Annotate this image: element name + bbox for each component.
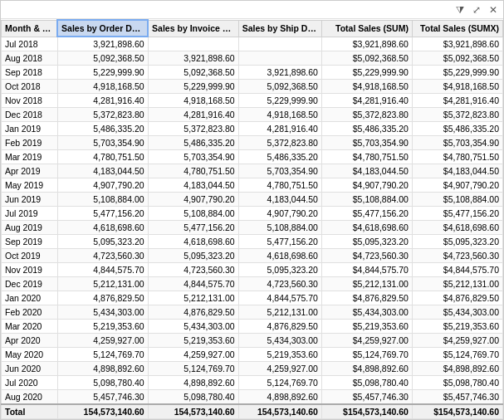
- main-container: ⧩ ⤢ ✕ Month & Year Sales by Order Date: [0, 0, 504, 420]
- col-total-sumx[interactable]: Total Sales (SUMX): [412, 20, 502, 37]
- col-month-year[interactable]: Month & Year: [2, 20, 58, 37]
- table-row: Aug 20194,618,698.605,477,156.205,108,88…: [2, 221, 503, 235]
- cell-4-2: 4,918,168.50: [148, 94, 238, 108]
- cell-8-0: Mar 2019: [2, 150, 58, 164]
- cell-19-0: Feb 2020: [2, 305, 58, 320]
- cell-5-5: $5,372,823.80: [412, 108, 502, 122]
- table-row: Feb 20195,703,354.905,486,335.205,372,82…: [2, 136, 503, 150]
- col-sales-invoice[interactable]: Sales by Invoice Date: [148, 20, 238, 37]
- cell-0-5: $3,921,898.60: [412, 37, 502, 51]
- cell-21-5: $4,259,927.00: [412, 334, 502, 348]
- table-row: May 20205,124,769.704,259,927.005,219,35…: [2, 348, 503, 362]
- cell-1-2: 3,921,898.60: [148, 51, 238, 66]
- cell-13-3: 5,108,884.00: [238, 221, 321, 235]
- cell-14-1: 5,095,323.20: [57, 235, 148, 249]
- cell-7-3: 5,372,823.80: [238, 136, 321, 150]
- table-row: Feb 20205,434,303.004,876,829.505,212,13…: [2, 305, 503, 320]
- table-body: Jul 20183,921,898.60$3,921,898.60$3,921,…: [2, 37, 503, 419]
- table-row: Dec 20195,212,131.004,844,575.704,723,56…: [2, 277, 503, 291]
- cell-14-2: 4,618,698.60: [148, 235, 238, 249]
- cell-4-5: $4,281,916.40: [412, 94, 502, 108]
- cell-5-3: 4,918,168.50: [238, 108, 321, 122]
- cell-17-3: 4,723,560.30: [238, 277, 321, 291]
- cell-21-0: Apr 2020: [2, 334, 58, 348]
- cell-6-3: 4,281,916.40: [238, 122, 321, 136]
- cell-14-0: Sep 2019: [2, 235, 58, 249]
- cell-22-3: 5,219,353.60: [238, 348, 321, 362]
- cell-21-2: 5,219,353.60: [148, 334, 238, 348]
- close-icon[interactable]: ✕: [487, 3, 500, 17]
- table-row: Nov 20184,281,916.404,918,168.505,229,99…: [2, 94, 503, 108]
- cell-0-3: [238, 37, 321, 51]
- cell-8-2: 5,703,354.90: [148, 150, 238, 164]
- cell-6-4: $5,486,335.20: [321, 122, 412, 136]
- cell-25-5: $5,457,746.30: [412, 390, 502, 405]
- cell-4-0: Nov 2018: [2, 94, 58, 108]
- cell-15-5: $4,723,560.30: [412, 249, 502, 263]
- cell-3-0: Oct 2018: [2, 80, 58, 94]
- cell-10-1: 4,907,790.20: [57, 178, 148, 193]
- cell-9-0: Apr 2019: [2, 164, 58, 178]
- cell-0-1: 3,921,898.60: [57, 37, 148, 51]
- total-cell-2: 154,573,140.60: [148, 404, 238, 419]
- cell-11-1: 5,108,884.00: [57, 193, 148, 207]
- cell-25-3: 4,898,892.60: [238, 390, 321, 405]
- cell-13-0: Aug 2019: [2, 221, 58, 235]
- col-sales-order[interactable]: Sales by Order Date ▼: [57, 20, 148, 37]
- cell-11-4: $5,108,884.00: [321, 193, 412, 207]
- cell-24-1: 5,098,780.40: [57, 376, 148, 390]
- cell-13-5: $4,618,698.60: [412, 221, 502, 235]
- cell-18-2: 5,212,131.00: [148, 291, 238, 305]
- cell-19-5: $5,434,303.00: [412, 305, 502, 320]
- cell-8-1: 4,780,751.50: [57, 150, 148, 164]
- cell-19-4: $5,434,303.00: [321, 305, 412, 320]
- cell-6-5: $5,486,335.20: [412, 122, 502, 136]
- cell-21-3: 5,434,303.00: [238, 334, 321, 348]
- cell-14-3: 5,477,156.20: [238, 235, 321, 249]
- table-row: May 20194,907,790.204,183,044.504,780,75…: [2, 178, 503, 193]
- cell-3-3: 5,092,368.50: [238, 80, 321, 94]
- cell-17-2: 4,844,575.70: [148, 277, 238, 291]
- cell-13-4: $4,618,698.60: [321, 221, 412, 235]
- cell-10-0: May 2019: [2, 178, 58, 193]
- col-sales-invoice-label: Sales by Invoice Date: [152, 23, 238, 33]
- cell-2-4: $5,229,999.90: [321, 66, 412, 80]
- cell-16-4: $4,844,575.70: [321, 263, 412, 277]
- cell-18-0: Jan 2020: [2, 291, 58, 305]
- cell-5-4: $5,372,823.80: [321, 108, 412, 122]
- cell-24-4: $5,098,780.40: [321, 376, 412, 390]
- cell-11-0: Jun 2019: [2, 193, 58, 207]
- cell-13-2: 5,477,156.20: [148, 221, 238, 235]
- cell-1-4: $5,092,368.50: [321, 51, 412, 66]
- expand-icon[interactable]: ⤢: [470, 3, 483, 17]
- col-total-sum-label: Total Sales (SUM): [335, 23, 409, 33]
- cell-24-0: Jul 2020: [2, 376, 58, 390]
- toolbar: ⧩ ⤢ ✕: [1, 1, 503, 19]
- cell-5-2: 4,281,916.40: [148, 108, 238, 122]
- cell-4-3: 5,229,999.90: [238, 94, 321, 108]
- table-row: Jul 20183,921,898.60$3,921,898.60$3,921,…: [2, 37, 503, 51]
- table-wrapper: Month & Year Sales by Order Date ▼ Sales…: [1, 19, 503, 419]
- cell-25-2: 5,098,780.40: [148, 390, 238, 405]
- cell-4-1: 4,281,916.40: [57, 94, 148, 108]
- col-sales-order-label: Sales by Order Date: [61, 23, 144, 33]
- cell-20-3: 4,876,829.50: [238, 320, 321, 334]
- filter-icon[interactable]: ⧩: [453, 3, 467, 17]
- total-cell-1: 154,573,140.60: [57, 404, 148, 419]
- cell-12-3: 4,907,790.20: [238, 207, 321, 221]
- cell-14-4: $5,095,323.20: [321, 235, 412, 249]
- cell-1-1: 5,092,368.50: [57, 51, 148, 66]
- cell-12-0: Jul 2019: [2, 207, 58, 221]
- col-total-sum[interactable]: Total Sales (SUM): [321, 20, 412, 37]
- cell-17-1: 5,212,131.00: [57, 277, 148, 291]
- total-cell-3: 154,573,140.60: [238, 404, 321, 419]
- cell-11-3: 4,183,044.50: [238, 193, 321, 207]
- cell-20-1: 5,219,353.60: [57, 320, 148, 334]
- cell-23-2: 5,124,769.70: [148, 362, 238, 376]
- cell-12-5: $5,477,156.20: [412, 207, 502, 221]
- cell-0-0: Jul 2018: [2, 37, 58, 51]
- cell-15-4: $4,723,560.30: [321, 249, 412, 263]
- cell-13-1: 4,618,698.60: [57, 221, 148, 235]
- table-row: Jun 20204,898,892.605,124,769.704,259,92…: [2, 362, 503, 376]
- col-sales-ship[interactable]: Sales by Ship Date: [238, 20, 321, 37]
